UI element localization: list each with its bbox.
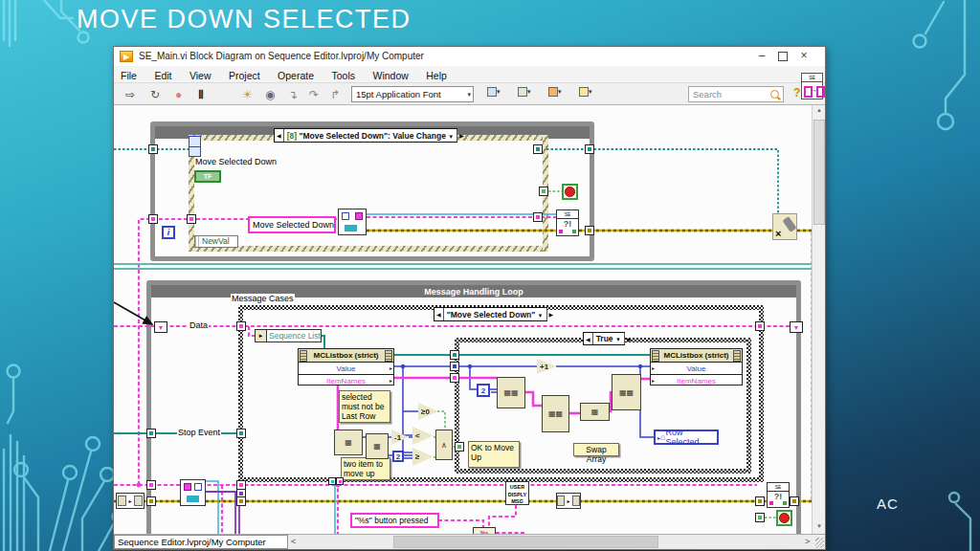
tunnel[interactable]: [148, 214, 158, 224]
next-case-icon[interactable]: ▶: [546, 308, 556, 320]
array-size-node[interactable]: ▦: [334, 430, 363, 455]
tunnel[interactable]: [148, 144, 158, 154]
case-dropdown-icon[interactable]: ▼: [448, 134, 454, 140]
window-titlebar[interactable]: ▶ SE_Main.vi Block Diagram on Sequence E…: [114, 47, 825, 67]
true-case-border[interactable]: [455, 469, 751, 474]
tunnel[interactable]: [539, 187, 548, 196]
font-selector[interactable]: 15pt Application Font ▾: [351, 86, 474, 102]
subvi-se[interactable]: SE ?!: [556, 209, 579, 236]
abort-button[interactable]: ●: [175, 87, 182, 102]
tunnel[interactable]: [450, 373, 459, 383]
property-node-mclistbox-write[interactable]: MCListbox (strict) ▸Value ▸ItemNames: [650, 348, 743, 386]
compound-and-node[interactable]: ∧: [435, 430, 453, 460]
property-row-itemnames[interactable]: ItemNames▸: [299, 374, 393, 386]
true-case-border[interactable]: [746, 338, 751, 474]
menu-operate[interactable]: Operate: [271, 68, 321, 81]
scroll-down-icon[interactable]: ▼: [813, 523, 826, 529]
property-node-mclistbox-read[interactable]: MCListbox (strict) Value▸ ItemNames▸: [298, 348, 394, 386]
vertical-scroll-thumb[interactable]: [813, 120, 825, 225]
string-constant-user-display-msg[interactable]: USER DISPLY MSG: [505, 481, 529, 505]
tunnel-data[interactable]: ▼: [154, 321, 167, 333]
tunnel[interactable]: [585, 144, 594, 154]
unregister-events-node[interactable]: ×: [772, 213, 797, 240]
align-objects-dropdown[interactable]: ▾: [487, 87, 512, 102]
iteration-terminal[interactable]: i: [162, 226, 175, 239]
statusbar-path[interactable]: Sequence Editor.lvproj/My Computer: [114, 535, 288, 549]
constant-two[interactable]: 2: [477, 384, 490, 397]
search-input[interactable]: Search: [688, 86, 784, 102]
reorder-dropdown[interactable]: ▾: [579, 87, 604, 102]
tunnel[interactable]: [755, 321, 765, 331]
menu-help[interactable]: Help: [419, 68, 454, 81]
message-case-selector[interactable]: ◀ "Move Selected Down" ▼ ▶: [434, 307, 547, 321]
subvi-se[interactable]: SE ?!: [767, 482, 790, 508]
tunnel[interactable]: [146, 496, 156, 506]
menu-window[interactable]: Window: [366, 68, 414, 81]
tunnel[interactable]: [236, 321, 246, 331]
resize-objects-dropdown[interactable]: ▾: [548, 87, 573, 102]
run-button[interactable]: ⇨: [125, 87, 135, 102]
tunnel[interactable]: [187, 214, 196, 224]
boolean-terminal[interactable]: TF: [194, 170, 221, 183]
tunnel[interactable]: [533, 212, 543, 222]
step-into-button[interactable]: ↴: [288, 87, 298, 102]
scroll-left-button[interactable]: <: [291, 537, 296, 546]
menu-tools[interactable]: Tools: [325, 68, 363, 81]
tunnel[interactable]: [450, 350, 459, 360]
event-data-field[interactable]: NewVal: [194, 235, 238, 248]
case-structure-border[interactable]: [759, 305, 764, 482]
help-button[interactable]: ?: [793, 86, 800, 99]
true-case-selector[interactable]: ◀ True ▼ ▶: [583, 332, 625, 345]
minimize-button[interactable]: –: [751, 47, 772, 65]
close-button[interactable]: ×: [793, 47, 814, 65]
constant-two[interactable]: 2: [392, 451, 404, 462]
dequeue-node[interactable]: [180, 479, 206, 506]
replace-array-node[interactable]: ▦▦: [612, 374, 641, 410]
insert-into-array-node[interactable]: ▦: [580, 403, 610, 421]
tunnel[interactable]: [146, 480, 156, 490]
delete-from-array-node[interactable]: ▦▦: [542, 395, 569, 432]
scroll-right-button[interactable]: >: [805, 537, 810, 546]
stop-button-terminal[interactable]: [562, 184, 578, 200]
pause-button[interactable]: Ⅱ: [198, 87, 204, 102]
retain-wire-values-button[interactable]: ◉: [265, 87, 275, 102]
tunnel[interactable]: [236, 429, 246, 438]
distribute-objects-dropdown[interactable]: ▾: [518, 87, 543, 102]
prev-case-icon[interactable]: ◀: [584, 333, 593, 344]
horizontal-scroll-thumb[interactable]: [393, 536, 658, 548]
tunnel[interactable]: [450, 362, 459, 371]
menu-project[interactable]: Project: [222, 68, 267, 81]
format-into-string-node[interactable]: %s: [473, 527, 496, 534]
tunnel[interactable]: [236, 496, 246, 506]
stop-button-terminal[interactable]: [776, 510, 792, 526]
tunnel[interactable]: [755, 496, 765, 506]
tunnel[interactable]: [585, 226, 594, 235]
next-case-icon[interactable]: ▶: [457, 129, 466, 142]
menu-file[interactable]: File: [114, 68, 144, 81]
highlight-execution-button[interactable]: ☀: [242, 87, 253, 102]
tunnel[interactable]: [790, 496, 799, 506]
case-selector-tunnel[interactable]: [455, 442, 464, 452]
string-constant-button-pressed[interactable]: "%s" button pressed: [350, 513, 439, 528]
merge-errors-node[interactable]: ▸: [116, 493, 145, 509]
index-array-node[interactable]: ▦▦: [497, 377, 525, 408]
merge-errors-node[interactable]: ▸: [556, 493, 581, 509]
case-structure-border[interactable]: [238, 305, 243, 482]
next-case-icon[interactable]: ▶: [624, 333, 634, 344]
step-over-button[interactable]: ↷: [309, 87, 319, 102]
menu-view[interactable]: View: [183, 68, 218, 81]
tunnel[interactable]: [146, 429, 156, 438]
prev-case-icon[interactable]: ◀: [434, 308, 444, 320]
tunnel[interactable]: [533, 144, 543, 154]
case-structure-border[interactable]: [238, 477, 764, 482]
property-row-value[interactable]: ▸Value: [651, 362, 742, 374]
string-constant-move-selected-down[interactable]: Move Selected Down: [248, 216, 336, 233]
step-out-button[interactable]: ↱: [330, 87, 340, 102]
tunnel-data[interactable]: ▼: [790, 321, 803, 333]
event-data-node[interactable]: [189, 136, 201, 157]
property-row-value[interactable]: Value▸: [299, 362, 393, 374]
scroll-up-icon[interactable]: ▲: [813, 107, 826, 113]
menu-edit[interactable]: Edit: [147, 68, 178, 81]
tunnel[interactable]: [755, 513, 765, 522]
tunnel[interactable]: [328, 477, 336, 485]
